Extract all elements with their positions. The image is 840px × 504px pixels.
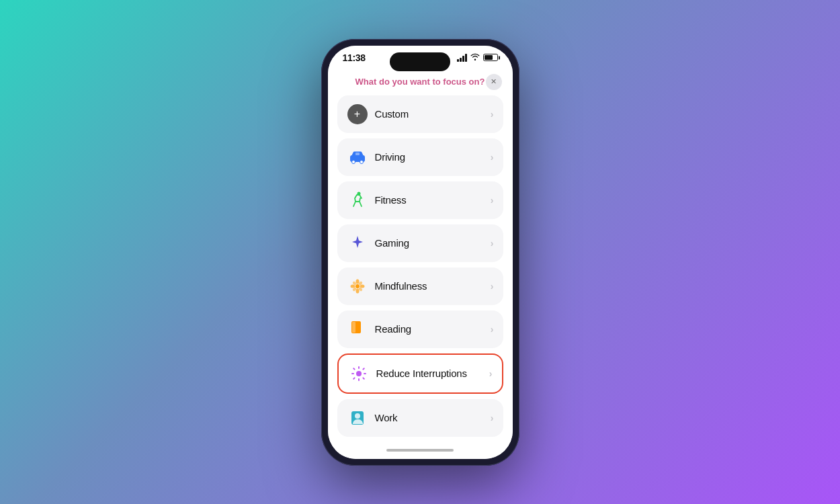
chevron-icon: › bbox=[491, 152, 494, 163]
list-item-gaming[interactable]: Gaming › bbox=[337, 224, 503, 262]
close-button[interactable]: ✕ bbox=[486, 74, 502, 90]
chevron-icon: › bbox=[489, 368, 493, 379]
gear-icon bbox=[348, 363, 370, 384]
svg-rect-3 bbox=[355, 153, 360, 155]
book-icon bbox=[347, 319, 368, 340]
signal-icon bbox=[457, 54, 467, 62]
list-item-custom[interactable]: + Custom › bbox=[337, 95, 503, 133]
car-icon bbox=[347, 146, 368, 168]
chevron-icon: › bbox=[491, 281, 494, 292]
item-label-driving: Driving bbox=[375, 151, 491, 163]
work-icon bbox=[347, 407, 368, 429]
gaming-icon bbox=[347, 233, 368, 254]
svg-point-8 bbox=[350, 284, 355, 288]
chevron-icon: › bbox=[491, 324, 494, 335]
list-item-mindfulness[interactable]: Mindfulness › bbox=[337, 267, 503, 305]
list-item-fitness[interactable]: Fitness › bbox=[337, 181, 503, 219]
fitness-icon bbox=[347, 190, 368, 211]
item-label-mindfulness: Mindfulness bbox=[375, 280, 491, 292]
list-item-reduce-interruptions[interactable]: Reduce Interruptions › bbox=[337, 353, 503, 394]
item-label-gaming: Gaming bbox=[375, 237, 491, 249]
svg-point-2 bbox=[360, 160, 363, 163]
plus-circle-icon: + bbox=[347, 103, 368, 125]
wifi-icon bbox=[470, 53, 480, 62]
focus-sheet: What do you want to focus on? ✕ + Custom… bbox=[328, 66, 513, 442]
svg-point-9 bbox=[360, 284, 364, 288]
status-icons bbox=[457, 53, 498, 62]
svg-point-6 bbox=[355, 279, 359, 284]
svg-rect-15 bbox=[352, 322, 355, 333]
focus-items-list[interactable]: + Custom › bbox=[328, 95, 513, 442]
phone-frame: 11:38 bbox=[321, 39, 519, 466]
item-label-reduce-interruptions: Reduce Interruptions bbox=[376, 368, 489, 379]
item-label-custom: Custom bbox=[375, 108, 491, 120]
dynamic-island bbox=[390, 52, 450, 71]
item-label-reading: Reading bbox=[375, 323, 491, 335]
list-item-driving[interactable]: Driving › bbox=[337, 138, 503, 176]
sheet-title: What do you want to focus on? bbox=[355, 77, 486, 87]
chevron-icon: › bbox=[491, 109, 494, 120]
chevron-icon: › bbox=[491, 238, 494, 249]
mindfulness-icon bbox=[347, 276, 368, 297]
svg-point-17 bbox=[355, 413, 360, 419]
svg-point-7 bbox=[355, 288, 359, 293]
close-icon: ✕ bbox=[491, 78, 497, 85]
status-time: 11:38 bbox=[343, 52, 366, 63]
item-label-fitness: Fitness bbox=[375, 194, 491, 206]
svg-point-1 bbox=[351, 160, 355, 163]
chevron-icon: › bbox=[491, 195, 494, 206]
item-label-work: Work bbox=[375, 412, 491, 423]
home-indicator bbox=[328, 442, 513, 459]
list-item-work[interactable]: Work › bbox=[337, 399, 503, 437]
chevron-icon: › bbox=[491, 413, 494, 423]
phone-screen: 11:38 bbox=[328, 46, 513, 459]
svg-point-5 bbox=[355, 284, 360, 288]
battery-icon bbox=[483, 54, 498, 61]
list-item-reading[interactable]: Reading › bbox=[337, 310, 503, 348]
